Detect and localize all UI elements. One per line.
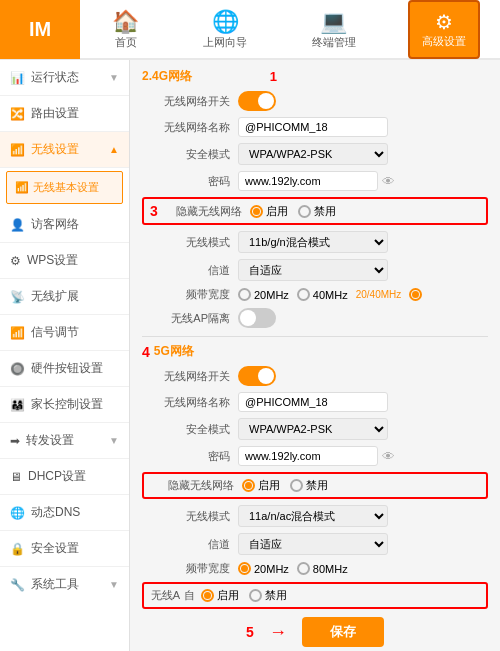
hidden-enabled-label-5g: 启用 [258, 478, 280, 493]
sidebar-item-wps[interactable]: ⚙ WPS设置 [0, 243, 129, 279]
tools-icon: 🔧 [10, 578, 25, 592]
hidden-disabled-radio-5g[interactable]: 禁用 [290, 478, 328, 493]
bw-options-5g: 20MHz 80MHz [238, 562, 348, 575]
eye-icon-5g[interactable]: 👁 [382, 449, 395, 464]
sidebar-item-router[interactable]: 🔀 路由设置 [0, 96, 129, 132]
wifi-switch-label-5g: 无线网络开关 [142, 369, 230, 384]
sidebar-item-extend[interactable]: 📡 无线扩展 [0, 279, 129, 315]
password-row-5g: 密码 👁 [142, 446, 488, 466]
sidebar-item-wireless[interactable]: 📶 无线设置 ▲ [0, 132, 129, 168]
ssid-label-5g: 无线网络名称 [142, 395, 230, 410]
ssid-row-24: 无线网络名称 [142, 117, 488, 137]
content-area: 2.4G网络 2 1 无线网络开关 无线网络名称 安全模式 WPA/WPA [130, 60, 500, 651]
hidden-disabled-radio-24[interactable]: 禁用 [298, 204, 336, 219]
nav-internet[interactable]: 🌐 上网向导 [191, 1, 259, 58]
sidebar-item-dhcp[interactable]: 🖥 DHCP设置 [0, 459, 129, 495]
ap-enabled-radio-5g[interactable]: 启用 [201, 588, 239, 603]
hidden-enabled-label-24: 启用 [266, 204, 288, 219]
eye-icon-24[interactable]: 👁 [382, 174, 395, 189]
security-icon: 🔒 [10, 542, 25, 556]
hidden-row-24: 3 隐藏无线网络 启用 禁用 [150, 203, 480, 219]
channel-select-24[interactable]: 自适应 [238, 259, 388, 281]
status-icon: 📊 [10, 71, 25, 85]
sidebar-item-ddns[interactable]: 🌐 动态DNS [0, 495, 129, 531]
guest-icon: 👤 [10, 218, 25, 232]
bw-20-radio-5g[interactable]: 20MHz [238, 562, 289, 575]
ap-disabled-label-5g: 禁用 [265, 588, 287, 603]
ap-isolate-short-5g: 自 [184, 588, 195, 603]
main-layout: 📊 运行状态 ▼ 🔀 路由设置 📶 无线设置 ▲ 📶 无线基本设置 👤 访客网络… [0, 60, 500, 651]
sidebar-item-wireless-basic[interactable]: 📶 无线基本设置 [6, 171, 123, 204]
nav-home[interactable]: 🏠 首页 [100, 1, 151, 58]
password-row-24: 密码 👁 [142, 171, 488, 191]
ap-isolate-row-5g: 无线A 自 启用 禁用 [150, 588, 480, 603]
security-select-24[interactable]: WPA/WPA2-PSK [238, 143, 388, 165]
band24-section: 2.4G网络 2 1 无线网络开关 无线网络名称 安全模式 WPA/WPA [142, 68, 488, 328]
password-input-5g[interactable] [238, 446, 378, 466]
sidebar-item-guest[interactable]: 👤 访客网络 [0, 207, 129, 243]
sidebar-item-forward[interactable]: ➡ 转发设置 ▼ [0, 423, 129, 459]
tools-arrow: ▼ [109, 579, 119, 590]
password-label-5g: 密码 [142, 449, 230, 464]
channel-row-5g: 信道 自适应 [142, 533, 488, 555]
sidebar-item-tools[interactable]: 🔧 系统工具 ▼ [0, 567, 129, 602]
ap-enabled-label-5g: 启用 [217, 588, 239, 603]
hidden-enabled-radio-5g[interactable]: 启用 [242, 478, 280, 493]
wifi-toggle-5g[interactable] [238, 366, 276, 386]
bw-80-radio-5g[interactable]: 80MHz [297, 562, 348, 575]
channel-row-24: 信道 自适应 [142, 259, 488, 281]
password-label-24: 密码 [142, 174, 230, 189]
mode-row-5g: 无线模式 11a/n/ac混合模式 [142, 505, 488, 527]
channel-select-5g[interactable]: 自适应 [238, 533, 388, 555]
ap-toggle-24[interactable] [238, 308, 276, 328]
bw-40-radio-24[interactable]: 40MHz [297, 288, 348, 301]
ssid-input-5g[interactable] [238, 392, 388, 412]
wireless-arrow: ▲ [109, 144, 119, 155]
logo: IM [0, 0, 80, 59]
hidden-enabled-radio-24[interactable]: 启用 [250, 204, 288, 219]
hidden-label-24: 隐藏无线网络 [162, 204, 242, 219]
ssid-input-24[interactable] [238, 117, 388, 137]
band24-title: 2.4G网络 2 1 [142, 68, 488, 85]
ap-disabled-radio-5g[interactable]: 禁用 [249, 588, 287, 603]
internet-icon: 🌐 [212, 9, 239, 35]
wireless-icon: 📶 [10, 143, 25, 157]
annot-5: 5 [246, 624, 254, 640]
router-icon: 🔀 [10, 107, 25, 121]
extend-icon: 📡 [10, 290, 25, 304]
wifi-toggle-24[interactable] [238, 91, 276, 111]
wifi-switch-label-24: 无线网络开关 [142, 94, 230, 109]
hidden-label-5g: 隐藏无线网络 [150, 478, 234, 493]
nav-terminal[interactable]: 💻 终端管理 [300, 1, 368, 58]
bandwidth-row-5g: 频带宽度 20MHz 80MHz [142, 561, 488, 576]
ap-isolate-label-5g: 无线A [150, 588, 180, 603]
annot-4: 4 [142, 344, 150, 360]
hidden-disabled-label-5g: 禁用 [306, 478, 328, 493]
parental-icon: 👨‍👩‍👧 [10, 398, 25, 412]
sidebar-item-status[interactable]: 📊 运行状态 ▼ [0, 60, 129, 96]
mode-row-24: 无线模式 11b/g/n混合模式 [142, 231, 488, 253]
mode-select-5g[interactable]: 11a/n/ac混合模式 [238, 505, 388, 527]
advanced-icon: ⚙ [435, 10, 453, 34]
annot-1: 1 [270, 69, 277, 84]
sidebar-item-hardware[interactable]: 🔘 硬件按钮设置 [0, 351, 129, 387]
hidden-net-box-5g: 隐藏无线网络 启用 禁用 [142, 472, 488, 499]
ap-isolate-label-24: 无线AP隔离 [142, 311, 230, 326]
security-row-24: 安全模式 WPA/WPA2-PSK [142, 143, 488, 165]
channel-label-5g: 信道 [142, 537, 230, 552]
sidebar-item-parental[interactable]: 👨‍👩‍👧 家长控制设置 [0, 387, 129, 423]
sidebar-item-signal[interactable]: 📶 信号调节 [0, 315, 129, 351]
mode-select-24[interactable]: 11b/g/n混合模式 [238, 231, 388, 253]
save-button[interactable]: 保存 [302, 617, 384, 647]
home-icon: 🏠 [112, 9, 139, 35]
bw-20-radio-24[interactable]: 20MHz [238, 288, 289, 301]
wifi-icon: 📶 [15, 181, 29, 194]
top-nav: IM 🏠 首页 🌐 上网向导 💻 终端管理 ⚙ 高级设置 [0, 0, 500, 60]
nav-advanced[interactable]: ⚙ 高级设置 [408, 0, 480, 59]
wifi-switch-row-5g: 无线网络开关 [142, 366, 488, 386]
security-select-5g[interactable]: WPA/WPA2-PSK [238, 418, 388, 440]
bandwidth-label-24: 频带宽度 [142, 287, 230, 302]
password-input-24[interactable] [238, 171, 378, 191]
forward-arrow: ▼ [109, 435, 119, 446]
sidebar-item-security[interactable]: 🔒 安全设置 [0, 531, 129, 567]
